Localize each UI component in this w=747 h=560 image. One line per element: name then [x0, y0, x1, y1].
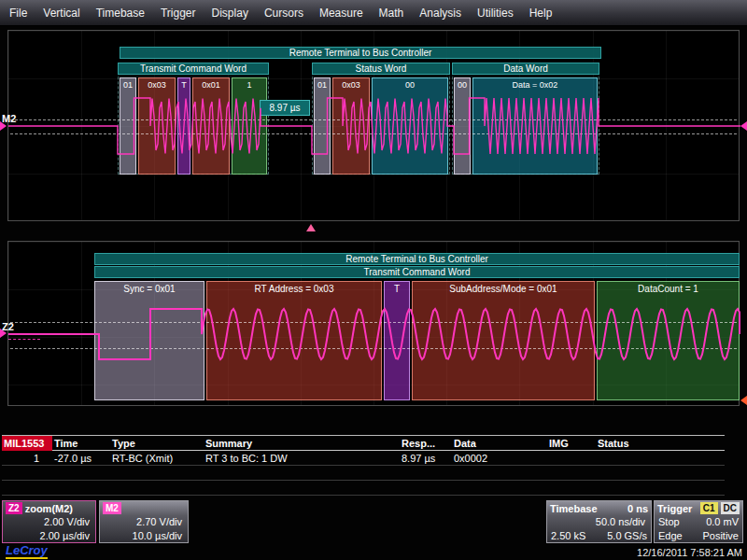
trigger-source-tag: C1: [700, 502, 718, 514]
menu-bar: File Vertical Timebase Trigger Display C…: [0, 0, 747, 26]
trigger-mode: Stop: [658, 515, 680, 529]
m2-tdiv: 10.0 µs/div: [100, 529, 188, 543]
menu-file[interactable]: File: [9, 7, 27, 20]
col-summary: Summary: [204, 438, 400, 449]
decode-section-command-title: Transmit Command Word: [118, 63, 269, 75]
timebase-descriptor-box[interactable]: Timebase 0 ns 50.0 ns/div 2.50 kS 5.0 GS…: [546, 500, 652, 543]
oscilloscope-screen: File Vertical Timebase Trigger Display C…: [0, 0, 747, 560]
response-time-tag: 8.97 µs: [260, 100, 310, 116]
m2-trace-level-marker[interactable]: [0, 121, 7, 131]
cursor-line-lower-high: [10, 322, 737, 323]
row-resp: 8.97 µs: [400, 453, 452, 464]
trigger-coupling-tag: DC: [721, 502, 740, 514]
decode-field-rtaddr: RT Address = 0x03: [206, 281, 382, 400]
row-summary: RT 3 to BC: 1 DW: [204, 453, 400, 464]
zoom-source-indicator: [8, 339, 40, 340]
menu-timebase[interactable]: Timebase: [96, 7, 145, 20]
z2-trace-level-marker[interactable]: [0, 329, 7, 338]
menu-utilities[interactable]: Utilities: [477, 7, 514, 20]
col-type: Type: [110, 438, 204, 449]
decode-table: MIL1553 Time Type Summary Resp... Data I…: [2, 435, 725, 496]
table-row-empty: [2, 481, 725, 496]
menu-vertical[interactable]: Vertical: [43, 7, 79, 20]
menu-help[interactable]: Help: [529, 7, 553, 20]
decode-field-status-bits: 00: [372, 77, 448, 175]
trigger-descriptor-box[interactable]: Trigger C1 DC Stop 0.0 mV Edge Positive: [654, 500, 743, 543]
menu-measure[interactable]: Measure: [319, 7, 363, 20]
decode-field-data-sync: 00: [454, 77, 471, 175]
trigger-time-marker: [740, 396, 747, 405]
decode-section-data-title: Data Word: [452, 63, 599, 75]
trigger-title: Trigger: [657, 503, 692, 514]
m2-vdiv: 2.70 V/div: [100, 515, 188, 529]
lower-zoom-grid[interactable]: Remote Terminal to Bus Controller Transm…: [7, 241, 740, 406]
col-time: Time: [52, 438, 110, 449]
decode-field-cmd-count: 1: [232, 77, 267, 175]
trigger-kind: Edge: [658, 529, 683, 543]
datetime-display: 12/16/2011 7:58:21 AM: [637, 547, 742, 558]
decode-field-datacount: DataCount = 1: [597, 281, 740, 400]
z2-descriptor-box[interactable]: Z2 zoom(M2) 2.00 V/div 2.00 µs/div: [2, 500, 96, 543]
timebase-samples: 2.50 kS: [551, 529, 585, 543]
m2-right-edge-marker: [740, 121, 747, 131]
timebase-tdiv: 50.0 ns/div: [547, 515, 651, 529]
timebase-rate: 5.0 GS/s: [607, 529, 647, 543]
menu-analysis[interactable]: Analysis: [419, 7, 461, 20]
row-time: -27.0 µs: [52, 453, 110, 464]
menu-trigger[interactable]: Trigger: [161, 7, 196, 20]
decode-field-cmd-sync: 01: [120, 77, 136, 175]
decode-field-tr: T: [384, 281, 410, 400]
table-row-empty: [2, 466, 725, 481]
lecroy-logo: LeCroy: [6, 544, 48, 559]
decode-field-cmd-rtaddr: 0x03: [138, 77, 176, 175]
row-data: 0x0002: [452, 453, 547, 464]
decode-field-sync: Sync = 0x01: [94, 281, 204, 400]
cursor-line-lower-low: [10, 348, 737, 349]
timebase-title: Timebase: [550, 503, 598, 514]
trigger-level: 0.0 mV: [706, 515, 739, 529]
zoom-word-title: Transmit Command Word: [94, 266, 740, 278]
m2-descriptor-box[interactable]: M2 2.70 V/div 10.0 µs/div: [99, 500, 189, 543]
decode-field-status-sync: 01: [314, 77, 331, 175]
trigger-slope: Positive: [702, 529, 739, 543]
upper-waveform-grid[interactable]: Remote Terminal to Bus Controller Transm…: [7, 30, 740, 221]
cursor-line-upper-low: [10, 133, 737, 134]
decode-frame-title: Remote Terminal to Bus Controller: [120, 47, 601, 59]
zoom-frame-title: Remote Terminal to Bus Controller: [94, 253, 740, 265]
z2-tdiv: 2.00 µs/div: [3, 529, 95, 543]
col-img: IMG: [547, 438, 596, 449]
table-row[interactable]: 1 -27.0 µs RT-BC (Xmit) RT 3 to BC: 1 DW…: [2, 451, 725, 466]
decode-field-cmd-subaddr: 0x01: [192, 77, 230, 175]
decode-section-status-title: Status Word: [312, 63, 450, 75]
timebase-offset: 0 ns: [627, 503, 648, 514]
decode-field-cmd-tr: T: [177, 77, 190, 175]
row-type: RT-BC (Xmit): [110, 453, 204, 464]
col-status: Status: [596, 438, 725, 449]
menu-cursors[interactable]: Cursors: [264, 7, 303, 20]
col-data: Data: [452, 438, 547, 449]
menu-math[interactable]: Math: [379, 7, 404, 20]
cursor-line-upper-high: [10, 119, 737, 120]
decode-field-subaddr: SubAddress/Mode = 0x01: [412, 281, 595, 400]
decode-field-status-rtaddr: 0x03: [332, 77, 370, 175]
trigger-position-marker[interactable]: [306, 224, 316, 231]
col-resp: Resp...: [400, 438, 452, 449]
row-index: 1: [2, 453, 52, 464]
m2-channel-tag: M2: [103, 502, 121, 514]
z2-vdiv: 2.00 V/div: [3, 515, 95, 529]
decode-field-data-value: Data = 0x02: [472, 77, 598, 175]
decode-table-header: MIL1553 Time Type Summary Resp... Data I…: [2, 436, 725, 451]
z2-channel-tag: Z2: [6, 502, 22, 514]
mil1553-tag: MIL1553: [2, 436, 52, 451]
menu-display[interactable]: Display: [212, 7, 248, 20]
z2-title: zoom(M2): [25, 503, 73, 514]
